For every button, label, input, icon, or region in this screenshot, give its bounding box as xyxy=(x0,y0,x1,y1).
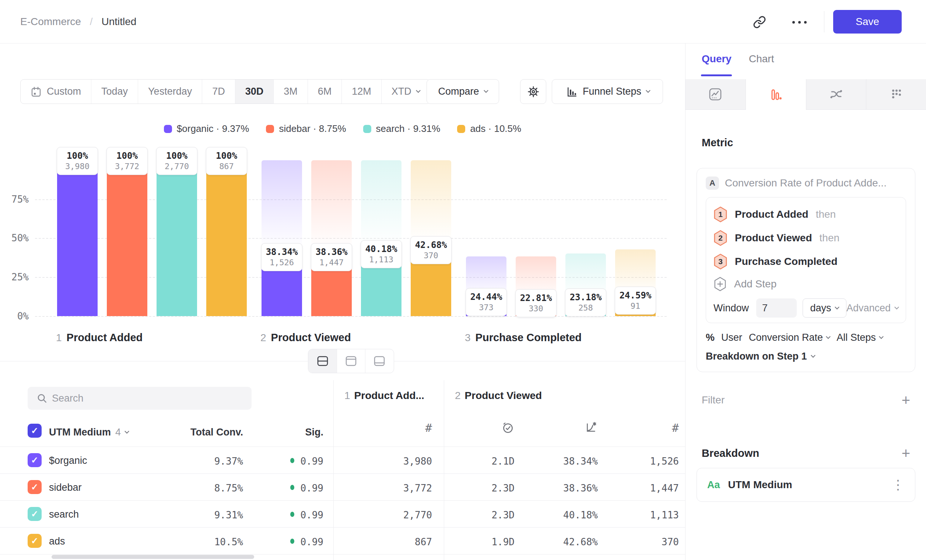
bar-value-label: 40.18%1,113 xyxy=(361,240,402,268)
date-range-xtd[interactable]: XTD xyxy=(381,80,430,103)
breakdown-item[interactable]: Aa UTM Medium xyxy=(696,468,915,502)
table-step1-header[interactable]: 1 Product Add... xyxy=(344,390,424,401)
count-column-icon[interactable]: # xyxy=(395,421,432,434)
steps-scope-select[interactable]: All Steps xyxy=(837,332,883,344)
bar-percent: 40.18% xyxy=(361,244,401,254)
chevron-down-icon xyxy=(416,88,421,93)
date-range-3m[interactable]: 3M xyxy=(273,80,307,103)
report-title[interactable]: Untitled xyxy=(101,16,136,28)
step-label-2: 2 Product Viewed xyxy=(260,331,351,344)
query-step-3[interactable]: 3 Purchase Completed xyxy=(713,250,898,273)
add-filter-button[interactable]: + xyxy=(902,393,910,407)
date-range-custom[interactable]: Custom xyxy=(21,80,91,103)
advanced-toggle[interactable]: Advanced xyxy=(846,303,898,314)
layout-split-button[interactable] xyxy=(308,349,337,373)
chevron-down-icon xyxy=(646,88,651,93)
date-range-7d[interactable]: 7D xyxy=(202,80,235,103)
funnel-bar[interactable] xyxy=(206,160,247,316)
chart-legend: $organic · 9.37% sidebar · 8.75% search … xyxy=(0,123,685,135)
legend-swatch xyxy=(363,125,371,133)
breadcrumb: E-Commerce / Untitled xyxy=(20,0,136,44)
conversion-column-button[interactable] xyxy=(583,420,598,435)
funnels-icon xyxy=(769,87,783,102)
row-step2-count: 1,447 xyxy=(623,483,679,494)
bar-percent: 42.68% xyxy=(411,240,451,251)
date-range-6m[interactable]: 6M xyxy=(307,80,342,103)
bar-value-label: 100%2,770 xyxy=(156,147,197,175)
funnel-bar[interactable] xyxy=(107,160,147,316)
query-panel: Query Chart xyxy=(685,44,926,560)
window-value-input[interactable] xyxy=(756,298,797,318)
add-step-button[interactable]: Add Step xyxy=(713,273,898,295)
table-step2-header[interactable]: 2 Product Viewed xyxy=(455,390,542,401)
report-type-tabs xyxy=(685,79,926,110)
save-button[interactable]: Save xyxy=(833,10,902,33)
query-step-2[interactable]: 2 Product Viewed then xyxy=(713,226,898,250)
compare-button[interactable]: Compare xyxy=(427,79,499,104)
row-sig: 0.99 xyxy=(297,536,324,548)
kebab-menu-icon[interactable] xyxy=(891,477,905,493)
row-checkbox[interactable] xyxy=(28,534,42,548)
date-range-today[interactable]: Today xyxy=(91,80,138,103)
share-link-button[interactable] xyxy=(751,14,768,30)
legend-item-organic[interactable]: $organic · 9.37% xyxy=(164,123,250,135)
bar-value-label: 24.44%373 xyxy=(466,288,507,316)
bar-value-label: 38.34%1,526 xyxy=(261,243,303,271)
query-step-1[interactable]: 1 Product Added then xyxy=(713,203,898,226)
date-range-yesterday[interactable]: Yesterday xyxy=(138,80,202,103)
chevron-down-icon xyxy=(835,305,840,309)
funnel-bar[interactable] xyxy=(57,160,98,316)
breakdown-on-select[interactable]: Breakdown on Step 1 xyxy=(706,351,906,362)
layout-top-icon xyxy=(345,356,357,366)
report-type-retention[interactable] xyxy=(866,79,926,110)
significance-dot xyxy=(290,539,294,544)
svg-text:2: 2 xyxy=(718,233,723,242)
table-row: ads 10.5% 0.99 867 1.9D 42.68% 370 xyxy=(0,528,685,554)
bar-count: 258 xyxy=(565,303,606,313)
date-range-30d[interactable]: 30D xyxy=(235,80,274,103)
add-breakdown-button[interactable]: + xyxy=(902,446,910,460)
breadcrumb-workspace[interactable]: E-Commerce xyxy=(20,16,81,28)
count-column-icon[interactable]: # xyxy=(642,421,679,434)
row-step2-rate: 38.36% xyxy=(543,483,598,494)
tab-chart[interactable]: Chart xyxy=(749,53,774,65)
report-type-insights[interactable] xyxy=(685,79,746,110)
funnel-bar[interactable] xyxy=(157,160,197,316)
row-checkbox[interactable] xyxy=(28,507,42,521)
legend-item-sidebar[interactable]: sidebar · 8.75% xyxy=(266,123,346,135)
step-label-3: 3 Purchase Completed xyxy=(465,331,582,344)
date-range-control: Custom Today Yesterday 7D 30D 3M 6M 12M … xyxy=(20,79,430,104)
window-unit-select[interactable]: days xyxy=(803,298,846,318)
legend-item-ads[interactable]: ads · 10.5% xyxy=(457,123,521,135)
row-checkbox[interactable] xyxy=(28,453,42,467)
row-checkbox[interactable] xyxy=(28,480,42,494)
layout-table-button[interactable] xyxy=(365,349,393,373)
sig-header[interactable]: Sig. xyxy=(279,427,324,438)
tab-query[interactable]: Query xyxy=(702,53,732,65)
significance-dot xyxy=(290,512,294,517)
row-step2-avg: 1.9D xyxy=(459,536,514,548)
measurement-select[interactable]: Conversion Rate xyxy=(749,332,830,344)
total-conv-header[interactable]: Total Conv. xyxy=(162,427,243,438)
report-type-funnels[interactable] xyxy=(746,79,806,110)
bar-value-label: 38.36%1,447 xyxy=(311,243,352,271)
avg-time-column-button[interactable] xyxy=(500,420,515,435)
funnel-bar-ghost xyxy=(361,160,401,253)
layout-chart-button[interactable] xyxy=(337,349,365,373)
search-icon xyxy=(36,393,47,404)
date-range-12m[interactable]: 12M xyxy=(342,80,381,103)
chart-type-select[interactable]: Funnel Steps xyxy=(552,79,663,104)
legend-swatch xyxy=(164,125,172,133)
significance-dot xyxy=(290,458,294,463)
report-type-flows[interactable] xyxy=(806,79,867,110)
horizontal-scrollbar-thumb[interactable] xyxy=(51,555,254,559)
bar-count: 1,526 xyxy=(262,257,302,268)
row-step2-avg: 2.3D xyxy=(459,510,514,521)
more-options-button[interactable] xyxy=(788,18,810,27)
group-by-header[interactable]: UTM Medium 4 xyxy=(49,427,129,438)
chart-settings-button[interactable] xyxy=(520,79,546,104)
select-all-checkbox[interactable] xyxy=(28,424,42,438)
metric-title-row[interactable]: A Conversion Rate of Product Adde... xyxy=(706,177,906,190)
search-input[interactable] xyxy=(52,387,244,410)
legend-item-search[interactable]: search · 9.31% xyxy=(363,123,440,135)
